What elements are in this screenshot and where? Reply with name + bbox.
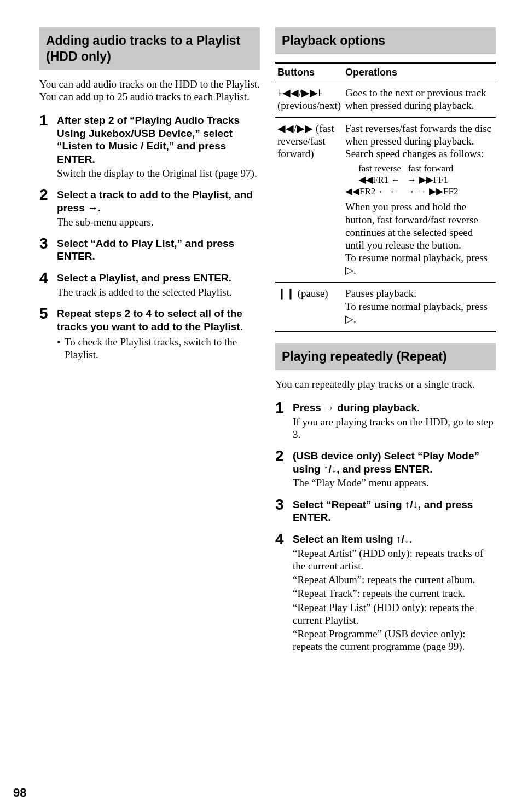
steps-list-left: 1 After step 2 of “Playing Audio Tracks …	[39, 113, 260, 361]
step-subtext: “Repeat Play List” (HDD only): repeats t…	[293, 601, 496, 626]
step-number: 3	[39, 236, 51, 263]
op-text: To resume normal playback, press ▷.	[345, 251, 494, 277]
repeat-step-3: 3 Select “Repeat” using ↑/↓, and press E…	[275, 497, 496, 525]
steps-list-right: 1 Press → during playback. If you are pl…	[275, 400, 496, 653]
step-4: 4 Select a Playlist, and press ENTER. Th…	[39, 270, 260, 298]
op-text: Pauses playback.	[345, 287, 494, 300]
step-number: 1	[275, 400, 287, 441]
op-text: When you press and hold the button, fast…	[345, 200, 494, 251]
step-subtext: “Repeat Programme” (USB device only): re…	[293, 627, 496, 653]
operations-cell: Fast reverses/fast forwards the disc whe…	[343, 118, 496, 283]
step-bullets: To check the Playlist tracks, switch to …	[57, 336, 260, 361]
step-2: 2 Select a track to add to the Playlist,…	[39, 187, 260, 228]
step-number: 4	[275, 532, 287, 653]
section-title-playback-options: Playback options	[275, 27, 496, 54]
step-subtext: The sub-menu appears.	[57, 216, 260, 228]
repeat-step-4: 4 Select an item using ↑/↓. “Repeat Arti…	[275, 532, 496, 653]
speed-row-1: ◀◀FR1 ← → ▶▶FF1	[345, 174, 494, 186]
intro-paragraph: You can add audio tracks on the HDD to t…	[39, 78, 260, 103]
table-row: ❙❙ (pause) Pauses playback. To resume no…	[275, 283, 496, 332]
buttons-cell: ❙❙ (pause)	[275, 283, 343, 332]
step-heading: Select “Add to Play List,” and press ENT…	[57, 237, 260, 263]
table-header-operations: Operations	[343, 62, 496, 82]
op-text: Search speed changes as follows:	[345, 147, 494, 160]
operations-cell: Pauses playback. To resume normal playba…	[343, 283, 496, 332]
step-subtext: “Repeat Album”: repeats the current albu…	[293, 573, 496, 586]
section-title-add-tracks: Adding audio tracks to a Playlist (HDD o…	[39, 27, 260, 70]
step-heading: (USB device only) Select “Play Mode” usi…	[293, 450, 496, 476]
step-subtext: “Repeat Artist” (HDD only): repeats trac…	[293, 547, 496, 572]
step-heading: Repeat steps 2 to 4 to select all of the…	[57, 307, 260, 333]
buttons-cell: ꜔◀◀/▶▶꜔ (previous/next)	[275, 82, 343, 117]
playback-options-table: Buttons Operations ꜔◀◀/▶▶꜔ (previous/nex…	[275, 62, 496, 332]
repeat-intro: You can repeatedly play tracks or a sing…	[275, 378, 496, 390]
step-number: 2	[275, 448, 287, 489]
left-column: Adding audio tracks to a Playlist (HDD o…	[39, 27, 260, 660]
table-row: ꜔◀◀/▶▶꜔ (previous/next) Goes to the next…	[275, 82, 496, 117]
step-subtext: Switch the display to the Original list …	[57, 167, 260, 180]
step-subtext: “Repeat Track”: repeats the current trac…	[293, 587, 496, 600]
buttons-cell: ◀◀/▶▶ (fast reverse/fast forward)	[275, 118, 343, 283]
repeat-step-1: 1 Press → during playback. If you are pl…	[275, 400, 496, 441]
speed-row-2: ◀◀FR2 ← ← → → ▶▶FF2	[345, 186, 494, 197]
step-subtext: The track is added to the selected Playl…	[57, 286, 260, 298]
step-5: 5 Repeat steps 2 to 4 to select all of t…	[39, 306, 260, 361]
op-text: Fast reverses/fast forwards the disc whe…	[345, 122, 494, 147]
step-heading: Select a track to add to the Playlist, a…	[57, 188, 260, 215]
step-subtext: If you are playing tracks on the HDD, go…	[293, 416, 496, 441]
step-3: 3 Select “Add to Play List,” and press E…	[39, 236, 260, 263]
step-heading: Select “Repeat” using ↑/↓, and press ENT…	[293, 498, 496, 525]
bullet-item: To check the Playlist tracks, switch to …	[57, 336, 260, 361]
step-number: 1	[39, 113, 51, 180]
step-number: 3	[275, 497, 287, 525]
step-heading: Select an item using ↑/↓.	[293, 533, 496, 546]
table-row: ◀◀/▶▶ (fast reverse/fast forward) Fast r…	[275, 118, 496, 283]
operations-cell: Goes to the next or previous track when …	[343, 82, 496, 117]
step-number: 2	[39, 187, 51, 228]
step-subtext: The “Play Mode” menu appears.	[293, 476, 496, 489]
op-text: To resume normal playback, press ▷.	[345, 300, 494, 325]
right-column: Playback options Buttons Operations ꜔◀◀/…	[275, 27, 496, 660]
section-title-repeat: Playing repeatedly (Repeat)	[275, 343, 496, 370]
step-heading: After step 2 of “Playing Audio Tracks Us…	[57, 114, 260, 166]
repeat-step-2: 2 (USB device only) Select “Play Mode” u…	[275, 448, 496, 489]
step-1: 1 After step 2 of “Playing Audio Tracks …	[39, 113, 260, 180]
step-number: 5	[39, 306, 51, 361]
step-heading: Select a Playlist, and press ENTER.	[57, 272, 260, 285]
speed-label-row: fast reverse fast forward	[345, 163, 494, 174]
speed-diagram: fast reverse fast forward ◀◀FR1 ← → ▶▶FF…	[345, 163, 494, 198]
page-number: 98	[13, 786, 26, 800]
step-number: 4	[39, 270, 51, 298]
step-heading: Press → during playback.	[293, 401, 496, 414]
table-header-buttons: Buttons	[275, 62, 343, 82]
